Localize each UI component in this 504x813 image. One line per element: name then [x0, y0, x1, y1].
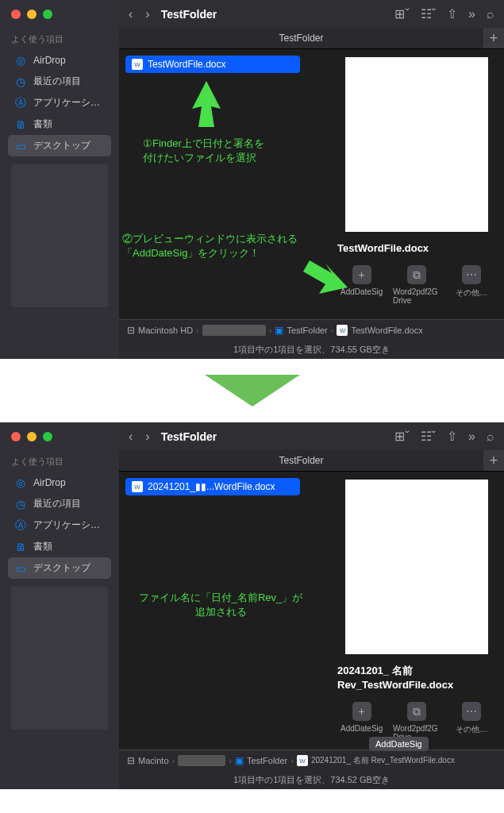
path-folder[interactable]: TestFolder	[247, 756, 287, 765]
file-row-selected[interactable]: W 20241201_▮▮...WordFile.docx	[125, 478, 300, 495]
transition-arrow-icon	[205, 375, 300, 406]
sidebar-item-label: デスクトップ	[33, 561, 90, 575]
preview-pane: 20241201_ 名前 Rev_TestWordFile.docx + Add…	[329, 472, 504, 749]
action-more[interactable]: ⋯ その他…	[448, 702, 495, 742]
file-row-selected[interactable]: W TestWordFile.docx	[125, 56, 300, 73]
preview-thumbnail	[345, 57, 488, 232]
sidebar-item-label: 最近の項目	[33, 75, 81, 88]
action-label: その他…	[456, 287, 487, 299]
sidebar-item-airdrop[interactable]: ◎ AirDrop	[8, 50, 111, 71]
apps-icon: Ⓐ	[14, 519, 27, 532]
annotation-arrow-1	[190, 81, 222, 132]
sidebar-item-applications[interactable]: Ⓐ アプリケーシ…	[8, 92, 111, 114]
sidebar-item-recent[interactable]: ◷ 最近の項目	[8, 493, 111, 514]
sidebar-item-label: デスクトップ	[33, 139, 90, 152]
minimize-button[interactable]	[27, 432, 37, 441]
share-button[interactable]: ⇧	[447, 429, 457, 444]
tab[interactable]: TestFolder	[119, 450, 483, 471]
traffic-lights[interactable]	[0, 422, 119, 451]
tooltip: AddDateSig	[369, 737, 429, 751]
sidebar-placeholder	[11, 587, 108, 730]
forward-button[interactable]: ›	[145, 7, 149, 21]
path-bar[interactable]: ⊟ Macintosh HD › › ▣ TestFolder › W Test…	[119, 319, 504, 341]
sidebar-item-label: AirDrop	[33, 55, 66, 66]
group-button[interactable]: ☷ˇ	[421, 429, 436, 444]
share-button[interactable]: ⇧	[447, 6, 457, 21]
path-redacted	[202, 325, 266, 336]
preview-pane: TestWordFile.docx + AddDateSig ⧉ Word2pd…	[329, 49, 504, 319]
path-disk[interactable]: Macintosh HD	[138, 326, 193, 335]
word-file-icon: W	[297, 755, 308, 766]
back-button[interactable]: ‹	[129, 430, 133, 444]
action-more[interactable]: ⋯ その他…	[448, 265, 495, 305]
sidebar-item-documents[interactable]: 🗎 書類	[8, 536, 111, 557]
apps-icon: Ⓐ	[14, 97, 27, 110]
preview-file-name: 20241201_ 名前 Rev_TestWordFile.docx	[337, 664, 496, 692]
file-list[interactable]: W TestWordFile.docx ①Finder上で日付と署名を 付けたい…	[119, 49, 329, 319]
ellipsis-icon: ⋯	[462, 702, 481, 721]
annotation-text-1: ①Finder上で日付と署名を 付けたいファイルを選択	[143, 137, 264, 165]
copy-icon: ⧉	[407, 702, 426, 721]
sidebar: よく使う項目 ◎ AirDrop ◷ 最近の項目 Ⓐ アプリケーシ… 🗎 書類	[0, 451, 119, 738]
doc-icon: 🗎	[14, 541, 27, 553]
close-button[interactable]	[11, 432, 21, 441]
sidebar-item-label: アプリケーシ…	[33, 518, 100, 532]
tab-bar: TestFolder +	[119, 450, 504, 472]
new-tab-button[interactable]: +	[483, 450, 504, 471]
airdrop-icon: ◎	[14, 476, 27, 489]
finder-window-before: よく使う項目 ◎ AirDrop ◷ 最近の項目 Ⓐ アプリケーシ… 🗎 書類	[0, 0, 504, 359]
action-word2pdf[interactable]: ⧉ Word2pdf2G Drive	[393, 265, 441, 305]
sidebar-item-applications[interactable]: Ⓐ アプリケーシ…	[8, 514, 111, 536]
more-button[interactable]: »	[468, 7, 475, 21]
clock-icon: ◷	[14, 75, 27, 88]
sidebar: よく使う項目 ◎ AirDrop ◷ 最近の項目 Ⓐ アプリケーシ… 🗎 書類	[0, 29, 119, 315]
path-file[interactable]: 20241201_ 名前 Rev_TestWordFile.docx	[311, 755, 455, 766]
action-word2pdf[interactable]: ⧉ Word2pdf2G Drive	[393, 702, 441, 742]
status-bar: 1項目中の1項目を選択、734.52 GB空き	[119, 771, 504, 789]
toolbar: ‹ › TestFolder ⊞ˇ ☷ˇ ⇧ » ⌕	[119, 0, 504, 28]
word-file-icon: W	[132, 481, 143, 492]
traffic-lights[interactable]	[0, 0, 119, 29]
sidebar-item-label: 最近の項目	[33, 497, 81, 511]
file-list[interactable]: W 20241201_▮▮...WordFile.docx ファイル名に「日付_…	[119, 472, 329, 749]
path-disk[interactable]: Macinto	[138, 756, 169, 765]
sidebar-item-label: アプリケーシ…	[33, 96, 100, 110]
copy-icon: ⧉	[407, 265, 426, 284]
path-redacted	[178, 755, 225, 766]
sidebar-item-label: 書類	[33, 118, 52, 131]
sidebar-item-desktop[interactable]: ▭ デスクトップ	[8, 557, 111, 579]
minimize-button[interactable]	[27, 10, 37, 19]
forward-button[interactable]: ›	[145, 430, 149, 444]
view-button[interactable]: ⊞ˇ	[394, 429, 409, 444]
sidebar-item-desktop[interactable]: ▭ デスクトップ	[8, 135, 111, 156]
sidebar-item-label: 書類	[33, 540, 52, 553]
new-tab-button[interactable]: +	[483, 28, 504, 48]
maximize-button[interactable]	[43, 432, 52, 441]
sidebar-item-documents[interactable]: 🗎 書類	[8, 114, 111, 135]
doc-icon: 🗎	[14, 118, 27, 131]
view-button[interactable]: ⊞ˇ	[394, 6, 409, 21]
close-button[interactable]	[11, 10, 21, 19]
plus-icon: +	[352, 702, 371, 721]
word-file-icon: W	[337, 325, 348, 336]
group-button[interactable]: ☷ˇ	[421, 6, 436, 21]
sidebar-item-airdrop[interactable]: ◎ AirDrop	[8, 472, 111, 493]
more-button[interactable]: »	[468, 430, 475, 444]
action-adddatesig[interactable]: + AddDateSig	[338, 702, 386, 742]
svg-marker-0	[192, 81, 221, 127]
path-folder[interactable]: TestFolder	[287, 326, 327, 335]
tab[interactable]: TestFolder	[119, 28, 483, 48]
disk-icon: ⊟	[127, 325, 135, 336]
search-button[interactable]: ⌕	[487, 7, 494, 21]
folder-icon: ▣	[235, 755, 244, 766]
folder-icon: ▣	[275, 325, 283, 336]
annotation-text-3: ファイル名に「日付_名前Rev_」が 追加される	[133, 591, 308, 619]
back-button[interactable]: ‹	[129, 7, 133, 21]
path-file[interactable]: TestWordFile.docx	[351, 326, 422, 335]
path-bar[interactable]: ⊟ Macinto › › ▣ TestFolder › W 20241201_…	[119, 749, 504, 771]
search-button[interactable]: ⌕	[487, 430, 494, 444]
sidebar-item-label: AirDrop	[33, 477, 66, 488]
sidebar-item-recent[interactable]: ◷ 最近の項目	[8, 71, 111, 92]
sidebar-placeholder	[11, 164, 108, 307]
maximize-button[interactable]	[43, 10, 52, 19]
